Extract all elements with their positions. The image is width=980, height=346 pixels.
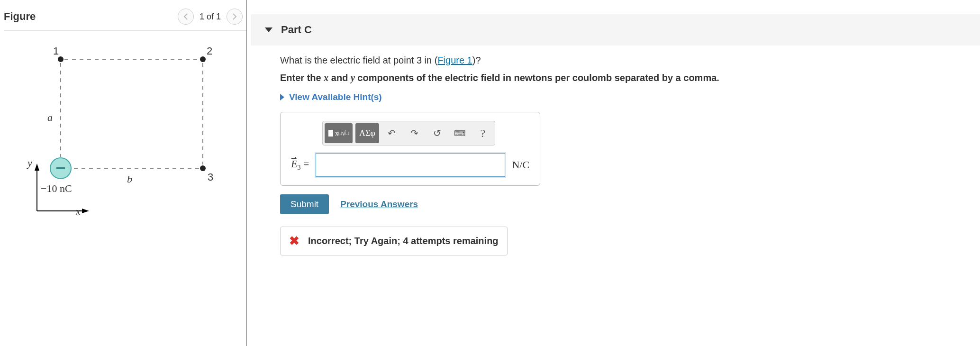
- axis-x-label: x: [76, 205, 81, 218]
- side-b-label: b: [127, 173, 132, 185]
- feedback-box: ✖ Incorrect; Try Again; 4 attempts remai…: [280, 227, 508, 255]
- greek-button[interactable]: ΑΣφ: [355, 123, 379, 143]
- chevron-left-icon: [183, 13, 188, 20]
- figure-link[interactable]: Figure 1: [437, 55, 472, 65]
- templates-button[interactable]: x□√□: [325, 123, 353, 143]
- answer-variable-label: ⇀ E3 =: [291, 158, 309, 172]
- svg-marker-12: [82, 209, 89, 213]
- side-a-label: a: [47, 111, 53, 124]
- svg-point-5: [200, 56, 206, 62]
- question-text: What is the electric field at point 3 in…: [280, 55, 961, 66]
- redo-button[interactable]: ↷: [405, 123, 425, 143]
- charge-label: −10 nC: [41, 182, 72, 195]
- svg-point-6: [200, 165, 206, 171]
- pager-label: 1 of 1: [200, 12, 221, 22]
- undo-button[interactable]: ↶: [382, 123, 402, 143]
- previous-answers-link[interactable]: Previous Answers: [340, 199, 418, 209]
- part-header[interactable]: Part C: [251, 14, 980, 46]
- reset-button[interactable]: ↺: [427, 123, 447, 143]
- submit-button[interactable]: Submit: [280, 194, 329, 214]
- axis-y-label: y: [27, 157, 32, 169]
- equation-toolbar: x□√□ ΑΣφ ↶ ↷ ↺ ⌨ ?: [322, 121, 495, 146]
- answer-input[interactable]: [316, 153, 505, 177]
- svg-rect-8: [56, 167, 65, 169]
- point-2-label: 2: [207, 45, 212, 57]
- part-title: Part C: [281, 24, 312, 36]
- incorrect-icon: ✖: [289, 234, 299, 248]
- pager-next-button[interactable]: [227, 9, 243, 25]
- keyboard-button[interactable]: ⌨: [450, 123, 470, 143]
- help-button[interactable]: ?: [473, 123, 493, 143]
- view-hints-toggle[interactable]: View Available Hint(s): [280, 92, 961, 102]
- svg-marker-11: [35, 164, 39, 171]
- answer-box: x□√□ ΑΣφ ↶ ↷ ↺ ⌨ ? ⇀ E3 = N/C: [280, 112, 540, 186]
- pager-prev-button[interactable]: [178, 9, 194, 25]
- instruction-text: Enter the x and y components of the elec…: [280, 73, 961, 83]
- point-3-label: 3: [208, 171, 213, 183]
- point-1-label: 1: [53, 45, 59, 57]
- answer-unit: N/C: [512, 159, 529, 171]
- figure-diagram: [4, 40, 222, 239]
- chevron-right-icon: [232, 13, 237, 20]
- triangle-right-icon: [280, 94, 284, 100]
- figure-title: Figure: [4, 10, 36, 23]
- feedback-text: Incorrect; Try Again; 4 attempts remaini…: [308, 236, 499, 246]
- triangle-down-icon: [265, 27, 272, 32]
- figure-pager: 1 of 1: [178, 9, 243, 25]
